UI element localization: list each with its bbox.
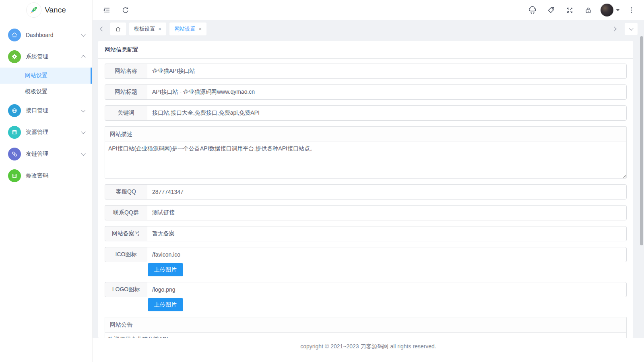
field-ico-icon: ICO图标 上传图片 (105, 247, 627, 276)
sidebar-item-label: 友链管理 (26, 150, 82, 158)
gear-icon (8, 50, 21, 63)
main-area: 模板设置 × 网站设置 × 网站信息配置 网站名称 (93, 0, 644, 362)
user-menu[interactable] (601, 4, 620, 16)
refresh-icon[interactable] (118, 3, 132, 17)
sidebar-item-label: Dashboard (26, 32, 82, 38)
more-menu-icon[interactable] (625, 3, 638, 17)
table-icon (8, 126, 21, 139)
field-site-title: 网站标题 (105, 84, 627, 100)
field-label: 关键词 (105, 105, 147, 121)
app-title: Vance (45, 6, 66, 14)
tabs-scroll-right-icon[interactable] (609, 23, 619, 35)
logo-path-input[interactable] (147, 282, 627, 297)
tab-label: 网站设置 (174, 25, 195, 33)
tabs-scroll-left-icon[interactable] (97, 23, 107, 35)
keywords-input[interactable] (147, 105, 627, 121)
sidebar-item-dashboard[interactable]: Dashboard (0, 24, 92, 46)
upload-ico-button[interactable]: 上传图片 (148, 263, 183, 276)
field-label: 网站描述 (105, 127, 626, 142)
caret-down-icon (616, 9, 620, 11)
field-label: 网站名称 (105, 64, 147, 79)
submenu-label: 网站设置 (25, 72, 47, 79)
home-outline-icon (115, 26, 122, 33)
collapse-sidebar-icon[interactable] (100, 3, 114, 17)
rocket-logo-icon (26, 2, 41, 18)
sidebar-item-system[interactable]: 系统管理 (0, 46, 92, 68)
chevron-down-icon (81, 32, 85, 37)
field-label: 网站公告 (105, 317, 626, 333)
sidebar: Vance Dashboard (0, 0, 93, 362)
field-service-qq: 客服QQ (105, 184, 627, 200)
footer: copyright © 2021~2023 刀客源码网 all rights r… (93, 338, 644, 362)
sidebar-menu: Dashboard 系统管理 (0, 20, 92, 187)
field-site-name: 网站名称 (105, 64, 627, 79)
field-icp-number: 网站备案号 (105, 226, 627, 241)
field-keywords: 关键词 (105, 105, 627, 121)
app-logo[interactable]: Vance (0, 0, 92, 20)
tab-home[interactable] (110, 23, 126, 35)
site-settings-card: 网站信息配置 网站名称 网站标题 关键词 网站 (98, 41, 633, 338)
field-label: 联系QQ群 (105, 205, 147, 220)
submenu-label: 模板设置 (25, 88, 47, 95)
sidebar-item-label: 接口管理 (26, 107, 82, 114)
site-name-input[interactable] (147, 64, 627, 79)
tab-template-settings[interactable]: 模板设置 × (129, 23, 166, 35)
card-title: 网站信息配置 (98, 41, 633, 59)
site-announcement-textarea[interactable]: 欢迎使用企业猫公益API (105, 333, 626, 338)
field-contact-qq-group: 联系QQ群 (105, 205, 627, 220)
sidebar-item-api[interactable]: 接口管理 (0, 100, 92, 121)
avatar[interactable] (601, 4, 613, 16)
sidebar-item-resource[interactable]: 资源管理 (0, 121, 92, 143)
cloud-code-icon[interactable] (526, 3, 539, 17)
lock-icon[interactable] (581, 3, 595, 17)
contact-qq-group-input[interactable] (147, 205, 627, 220)
grid-icon (8, 169, 21, 182)
chevron-up-icon (81, 55, 85, 60)
chevron-down-icon (81, 151, 85, 156)
home-icon (8, 29, 21, 41)
chevron-down-icon (81, 108, 85, 112)
tab-site-settings[interactable]: 网站设置 × (169, 23, 206, 35)
site-title-input[interactable] (147, 84, 627, 100)
close-icon[interactable]: × (158, 26, 161, 32)
close-icon[interactable]: × (198, 26, 202, 32)
field-label: 网站备案号 (105, 226, 147, 241)
fullscreen-icon[interactable] (563, 3, 576, 17)
icp-number-input[interactable] (147, 226, 627, 241)
upload-logo-button[interactable]: 上传图片 (148, 298, 183, 311)
sidebar-item-label: 系统管理 (26, 53, 82, 60)
link-icon (8, 148, 21, 160)
field-site-announcement: 网站公告 欢迎使用企业猫公益API (105, 317, 627, 338)
sidebar-subitem-template-settings[interactable]: 模板设置 (0, 84, 92, 100)
app-window: Vance Dashboard (0, 0, 644, 362)
copyright-text: copyright © 2021~2023 刀客源码网 all rights r… (300, 343, 436, 350)
vertical-scrollbar-thumb[interactable] (640, 36, 643, 245)
sidebar-item-label: 资源管理 (26, 129, 82, 136)
site-description-textarea[interactable]: API接口站(企业猫源码网)是一个公益API数据接口调用平台,提供各种API接口… (105, 142, 626, 178)
field-label: ICO图标 (105, 247, 147, 262)
tag-icon[interactable] (544, 3, 558, 17)
ico-path-input[interactable] (147, 247, 627, 262)
sidebar-item-label: 修改密码 (26, 172, 85, 179)
field-logo-icon: LOGO图标 上传图片 (105, 282, 627, 311)
sidebar-item-password[interactable]: 修改密码 (0, 165, 92, 187)
field-label: LOGO图标 (105, 282, 147, 297)
field-label: 网站标题 (105, 84, 147, 100)
sidebar-subitem-site-settings[interactable]: 网站设置 (0, 68, 92, 84)
chevron-down-icon (81, 130, 85, 134)
tabbar: 模板设置 × 网站设置 × (93, 20, 644, 38)
content-scroll-area: 网站信息配置 网站名称 网站标题 关键词 网站 (93, 38, 644, 338)
globe-icon (8, 104, 21, 117)
service-qq-input[interactable] (147, 184, 627, 200)
field-site-description: 网站描述 API接口站(企业猫源码网)是一个公益API数据接口调用平台,提供各种… (105, 126, 627, 179)
tab-label: 模板设置 (134, 25, 155, 33)
site-settings-form: 网站名称 网站标题 关键词 网站描述 API接口站(企业猫源码网)是一个公益AP… (98, 59, 633, 338)
topbar (93, 0, 644, 20)
tabs-dropdown-icon[interactable] (625, 23, 638, 35)
field-label: 客服QQ (105, 184, 147, 200)
sidebar-item-links[interactable]: 友链管理 (0, 143, 92, 165)
